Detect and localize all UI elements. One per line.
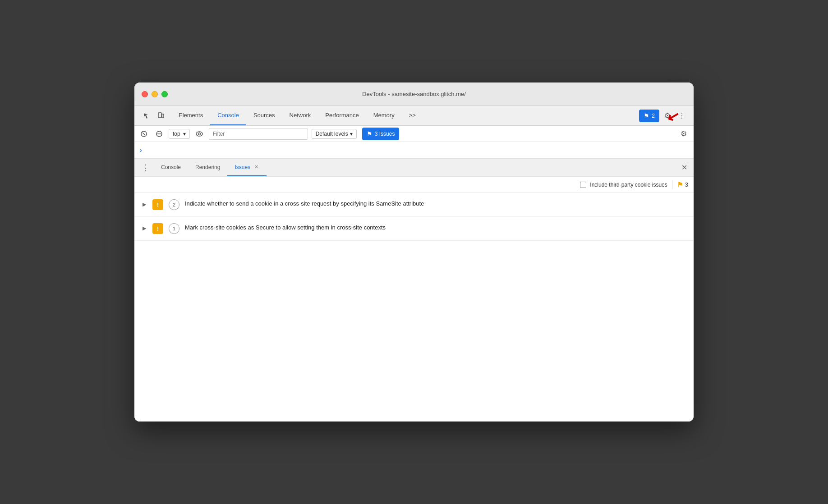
tab-sources[interactable]: Sources [246,106,282,125]
issue-warning-icon-2: ! [152,223,163,234]
issues-toolbar: Include third-party cookie issues ⚑ 3 [134,177,694,193]
toolbar-right: ⚑ 2 ↙ ⚙ ⋮ [639,106,692,125]
third-party-checkbox-label[interactable]: Include third-party cookie issues [580,182,667,188]
issue-warning-icon-1: ! [152,199,163,210]
svg-point-6 [196,132,202,136]
issues-flag-icon: ⚑ [644,112,649,119]
panel-tab-rendering[interactable]: Rendering [188,159,227,176]
tab-memory[interactable]: Memory [366,106,402,125]
devtools-window: DevTools - samesite-sandbox.glitch.me/ [134,82,694,422]
svg-rect-0 [158,113,161,118]
svg-point-7 [198,133,200,135]
context-select[interactable]: top ▾ [169,129,190,139]
panel-tab-console[interactable]: Console [154,159,188,176]
issue-item[interactable]: ▶ ! 1 Mark cross-site cookies as Secure … [134,217,694,241]
levels-dropdown-icon: ▾ [350,131,353,137]
svg-rect-1 [162,114,164,118]
panel-tabs-bar: ⋮ Console Rendering Issues ✕ ✕ [134,159,694,177]
more-options-button[interactable]: ⋮ [676,110,688,122]
svg-line-3 [143,133,145,135]
issues-total-count: ⚑ 3 [677,180,688,189]
issues-count-button[interactable]: ⚑ 3 Issues [362,128,400,140]
traffic-lights [142,91,168,97]
settings-button[interactable]: ⚙ [661,110,674,122]
issues-btn-wrapper: ⚑ 2 ↙ [639,110,659,122]
console-settings-button[interactable]: ⚙ [677,128,690,140]
main-area: ⋮ Console Rendering Issues ✕ ✕ Include t… [134,159,694,422]
issue-item[interactable]: ▶ ! 2 Indicate whether to send a cookie … [134,193,694,217]
maximize-button[interactable] [161,91,168,97]
console-toolbar: top ▾ Default levels ▾ ⚑ 3 Issues ⚙ [134,126,694,142]
devtools-body: Elements Console Sources Network Perform… [134,106,694,422]
close-button[interactable] [142,91,148,97]
issues-list: ▶ ! 2 Indicate whether to send a cookie … [134,193,694,422]
toolbar-tabs: Elements Console Sources Network Perform… [171,106,639,125]
tab-elements[interactable]: Elements [171,106,210,125]
inspect-element-button[interactable] [140,109,153,123]
panel-tab-issues[interactable]: Issues ✕ [227,159,267,176]
expand-icon-2[interactable]: ▶ [142,225,147,232]
filter-input[interactable] [209,128,308,140]
eye-icon-button[interactable] [193,128,205,140]
third-party-checkbox[interactable] [580,182,586,188]
tab-performance[interactable]: Performance [318,106,366,125]
window-title: DevTools - samesite-sandbox.glitch.me/ [362,91,466,97]
issue-text-1: Indicate whether to send a cookie in a c… [185,199,686,208]
issues-button[interactable]: ⚑ 2 [639,110,659,122]
clear-console-button[interactable] [138,128,150,140]
issues-panel-flag-icon: ⚑ [367,130,373,137]
panel-tab-more-icon[interactable]: ⋮ [138,159,154,176]
issue-count-badge-1: 2 [169,199,179,210]
panel-close-button[interactable]: ✕ [678,162,690,174]
warning-flag-icon: ⚑ [677,180,683,189]
main-toolbar: Elements Console Sources Network Perform… [134,106,694,126]
tab-network[interactable]: Network [282,106,318,125]
panel-tab-issues-close[interactable]: ✕ [253,164,259,170]
separator [672,180,672,189]
issue-count-badge-2: 1 [169,223,179,234]
issue-text-2: Mark cross-site cookies as Secure to all… [185,223,686,232]
tab-more[interactable]: >> [402,106,423,125]
prompt-line: › [134,142,694,158]
default-levels-select[interactable]: Default levels ▾ [312,129,357,139]
toolbar-left-icons [136,106,171,125]
minimize-button[interactable] [152,91,158,97]
expand-icon-1[interactable]: ▶ [142,201,147,208]
title-bar: DevTools - samesite-sandbox.glitch.me/ [134,82,694,106]
prompt-chevron-icon: › [140,147,142,154]
tab-console[interactable]: Console [210,106,246,125]
device-mode-button[interactable] [154,109,168,123]
block-button[interactable] [153,128,165,140]
dropdown-arrow-icon: ▾ [183,131,186,137]
